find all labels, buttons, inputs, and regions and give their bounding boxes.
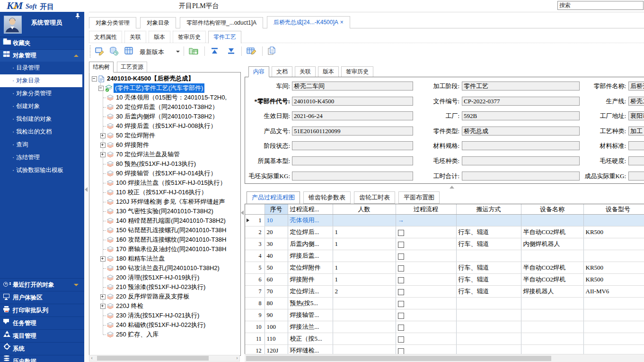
field-input[interactable]: 桥壳总成	[462, 127, 580, 136]
field-input[interactable]	[462, 156, 580, 165]
sidebar-item-sub[interactable]: ·冻结管理	[0, 151, 84, 164]
expand-node-icon[interactable]	[100, 294, 106, 299]
sidebar-item-sub[interactable]: ·查询	[0, 138, 84, 151]
database-refresh-icon[interactable]	[109, 46, 119, 56]
field-input[interactable]: 2021-06-24	[292, 111, 413, 120]
sidebar-item-sub[interactable]: ·我创建的对象	[0, 113, 84, 126]
detail-tab[interactable]: 关联	[295, 66, 316, 77]
sidebar-item-bottom[interactable]: 打印审批队列	[0, 304, 84, 317]
tree-operation-node[interactable]: 40 焊接后盖（按51XF-HJ-008执行）	[89, 121, 241, 131]
sidebar-item-bottom[interactable]: 项目管理	[0, 329, 84, 342]
flow-checkbox[interactable]	[398, 230, 404, 236]
flow-tab[interactable]: 锥齿轮参数表	[303, 191, 351, 204]
flow-tab[interactable]: 齿轮工时表	[354, 191, 395, 204]
tree-operation-node[interactable]: 190 钻攻法兰盘孔(同2401010-T38H2)	[89, 263, 241, 273]
sidebar-item-object-management[interactable]: 对象管理	[0, 49, 84, 62]
column-header[interactable]: 搬运方式	[456, 204, 521, 215]
field-input[interactable]	[628, 156, 644, 165]
sidebar-item-selected[interactable]: ·对象目录	[0, 74, 82, 87]
column-header[interactable]: 序号	[265, 204, 288, 215]
sidebar-item-bottom[interactable]: 历史数据	[0, 355, 84, 362]
column-header[interactable]: 人数	[333, 204, 396, 215]
search-input[interactable]	[557, 1, 644, 10]
field-input[interactable]	[628, 172, 644, 181]
tree-operation-node[interactable]: 250 贮存、入库	[89, 330, 241, 339]
tree-tab[interactable]: 结构树	[89, 62, 114, 72]
field-input[interactable]: 后桥壳	[628, 81, 644, 90]
tree-operation-node[interactable]: 140 精镗琵琶孔端面(同2401010-T38H2)	[89, 216, 241, 226]
tree-operation-node[interactable]: 180 粗精车法兰盘	[89, 254, 241, 263]
expand-node-icon[interactable]	[100, 304, 106, 309]
version-dropdown-icon[interactable]	[176, 51, 180, 53]
document-tab[interactable]: 后桥壳总成[24...-K4500]A×	[267, 16, 350, 28]
column-header[interactable]: 设备名称	[521, 204, 583, 215]
collapse-tree-panel-icon[interactable]	[241, 210, 244, 215]
field-input[interactable]: 桥壳二车间	[292, 81, 413, 90]
tree-operation-node[interactable]: 230 清洗(按51XF-HJ-021执行)	[89, 311, 241, 320]
tree-operation-node[interactable]: 210 预涂漆(按51XF-HJ-023执行)	[89, 282, 241, 292]
detail-tab[interactable]: 内容	[248, 66, 269, 77]
document-tab[interactable]: 对象分类管理	[89, 17, 136, 28]
tree-operation-node[interactable]: 110 校正（按51XF-HJ-016执行）	[89, 188, 241, 197]
expand-node-icon[interactable]	[100, 133, 106, 138]
scroll-right-icon[interactable]: ›	[236, 355, 238, 361]
sidebar-item-sub[interactable]: ·试验数据输出模板	[0, 164, 84, 177]
scroll-left-icon[interactable]: ‹	[91, 355, 93, 361]
sidebar-item-bottom[interactable]: 系统	[0, 342, 84, 355]
sidebar-item-bottom[interactable]: 最近打开的对象	[0, 278, 84, 291]
field-input[interactable]: 592B	[462, 111, 580, 120]
tree-operation-node[interactable]: 10 壳体领用（015图号：2401015-T2H0,	[89, 93, 241, 102]
view-tab[interactable]: 版本	[149, 31, 170, 43]
flow-checkbox[interactable]	[398, 313, 404, 319]
table-view-icon[interactable]	[124, 46, 134, 56]
flow-tab[interactable]: 产品过程流程图	[247, 191, 300, 204]
version-select[interactable]: 最新版本	[140, 48, 164, 56]
field-input[interactable]	[462, 172, 580, 181]
field-input[interactable]	[462, 141, 580, 150]
field-input[interactable]: 51E201601120099	[292, 127, 413, 136]
tree-operation-node[interactable]: 160 攻琵琶孔连接螺纹(同2401010-T38H	[89, 235, 241, 244]
edit-table-icon[interactable]	[246, 46, 256, 56]
collapse-node-icon[interactable]	[92, 76, 97, 81]
flow-checkbox[interactable]	[398, 265, 404, 272]
field-input[interactable]: 零件工艺	[462, 81, 580, 90]
tree-operation-node[interactable]: 100 焊接法兰盘（按51XF-HJ-015执行）	[89, 178, 241, 188]
document-tab[interactable]: 对象目录	[140, 17, 176, 28]
flow-checkbox[interactable]	[398, 277, 404, 283]
tree-root-node[interactable]: 2401010-K4500【后桥壳总成】	[89, 74, 241, 83]
table-horizontal-scrollbar[interactable]	[245, 354, 644, 362]
edit-object-icon[interactable]	[95, 46, 105, 56]
tree-horizontal-scrollbar[interactable]: ‹ ›	[89, 355, 240, 362]
tree-operation-node[interactable]: 30 后盖内侧焊（同2401010-T38H2）	[89, 112, 241, 121]
sidebar-item-sub[interactable]: ·我检出的文档	[0, 126, 84, 138]
sidebar-item-sub[interactable]: ·对象分类管理	[0, 87, 84, 100]
sidebar-item-bottom[interactable]: 任务管理	[0, 317, 84, 329]
view-tab[interactable]: 签审历史	[173, 31, 206, 43]
tree-tab[interactable]: 工艺资源	[117, 62, 147, 72]
tree-operation-node[interactable]: 200 清理(按51XF-HJ-019执行)	[89, 273, 241, 282]
tree-operation-node[interactable]: 60 焊接附件	[89, 140, 241, 150]
tree-operation-node[interactable]: 120J 环焊缝检测 参见《车桥环焊缝超声	[89, 197, 241, 207]
detail-tab[interactable]: 文档	[272, 66, 292, 77]
column-header[interactable]: 设备型号	[583, 204, 644, 215]
field-input[interactable]: 桥壳二	[628, 97, 644, 106]
tree-operation-node[interactable]: 150 钻琵琶孔连接螺孔(同2401010-T38H	[89, 226, 241, 235]
field-input[interactable]: 襄阳市	[628, 111, 644, 120]
tree-operation-node[interactable]: 50 定位焊附件	[89, 131, 241, 140]
collapse-to-top-icon[interactable]	[210, 46, 220, 56]
sidebar-item-bottom[interactable]: 用户体验区	[0, 291, 84, 304]
field-input[interactable]	[628, 141, 644, 150]
sidebar-item-sub[interactable]: ·创建对象	[0, 100, 84, 113]
sidebar-item-sub[interactable]: ·目录管理	[0, 62, 84, 74]
table-scroll-thumb[interactable]	[246, 356, 551, 361]
view-tab[interactable]: 零件工艺	[208, 31, 241, 44]
expand-node-icon[interactable]	[100, 152, 106, 157]
view-tab[interactable]: 关联	[124, 31, 146, 43]
field-input[interactable]	[292, 141, 413, 150]
open-structure-icon[interactable]	[188, 46, 199, 56]
tree-operation-node[interactable]: 90 焊接轴管（按51XF-HJ-014执行）	[89, 169, 241, 178]
toolbar-grip[interactable]	[89, 45, 91, 58]
tree-operation-node[interactable]: 20 定位焊后盖（同2401010-T38H2）	[89, 102, 241, 112]
user-row[interactable]: 系统管理员	[0, 12, 84, 37]
collapse-flow-panel-icon[interactable]	[450, 186, 454, 189]
